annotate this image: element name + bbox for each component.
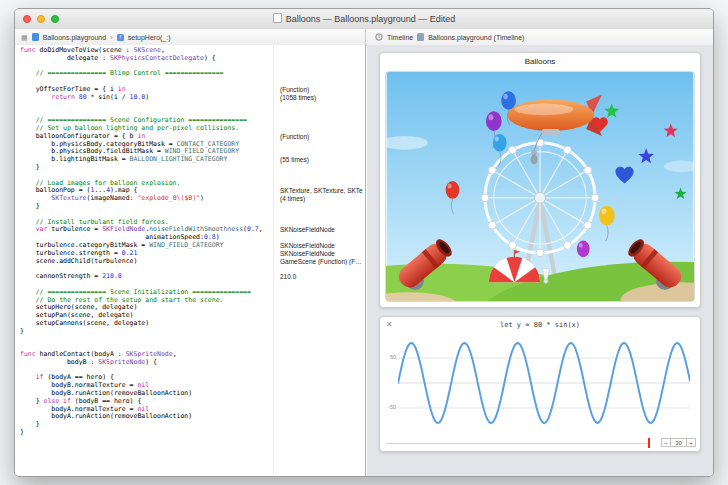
jumpbar-item-timeline-file[interactable]: Balloons.playground (Timeline) xyxy=(428,34,524,41)
code-line[interactable]: SKTexture(imageNamed: "explode_0\($0)") xyxy=(20,195,273,203)
window-title: Balloons — Balloons.playground — Edited xyxy=(15,9,713,29)
jumpbar: ▦ Balloons.playground › f setupHero(_:) … xyxy=(15,29,713,46)
result-value[interactable]: (55 times) xyxy=(280,156,363,164)
stepper-decrement[interactable]: − xyxy=(661,438,671,447)
code-line[interactable]: b.lightingBitMask = BALLOON_LIGHTING_CAT… xyxy=(20,156,273,164)
chevron-right-icon: › xyxy=(110,33,113,42)
result-value[interactable]: SKNoiseFieldNode xyxy=(280,242,363,250)
document-proxy-icon[interactable] xyxy=(273,13,282,23)
code-line[interactable]: setupCannons(scene, delegate) xyxy=(20,320,273,328)
jumpbar-item-symbol[interactable]: setupHero(_:) xyxy=(128,34,171,41)
result-value[interactable]: (Function) xyxy=(280,86,363,94)
code-line[interactable]: scene.addChild(turbulence) xyxy=(20,258,273,266)
function-icon: f xyxy=(117,34,124,41)
xcode-window: Balloons — Balloons.playground — Edited … xyxy=(14,8,714,477)
result-value[interactable]: (1058 times) xyxy=(280,94,363,102)
scene-preview xyxy=(385,71,695,302)
timeline-doc-icon xyxy=(417,33,424,41)
code-line[interactable]: return 80 * sin(i / 10.0) xyxy=(20,94,273,102)
result-value[interactable]: SKTexture, SKTexture, SKTe… xyxy=(280,187,363,195)
sine-plot xyxy=(398,333,690,433)
jumpbar-item-timeline[interactable]: Timeline xyxy=(387,34,413,41)
code-line[interactable]: } xyxy=(20,203,273,211)
results-sidebar: (Function)(1058 times)(Function)(55 time… xyxy=(273,45,365,476)
timeline-scrubber: − 30 + xyxy=(384,437,696,449)
result-value[interactable]: (4 times) xyxy=(280,195,363,203)
code-editor[interactable]: func doDidMoveToView(scene : SKScene, de… xyxy=(15,45,273,476)
editor-jumpbar: ▦ Balloons.playground › f setupHero(_:) xyxy=(15,29,366,45)
stepper-value: 30 xyxy=(671,438,686,447)
y-tick-neg50: -50 xyxy=(384,404,396,410)
code-line[interactable]: } xyxy=(20,328,273,336)
scene-title: Balloons xyxy=(380,57,700,66)
code-line[interactable]: // =============== Blimp Control =======… xyxy=(20,70,273,78)
source-editor: func doDidMoveToView(scene : SKScene, de… xyxy=(15,45,366,476)
code-line[interactable]: bodyB : SKSpriteNode) { xyxy=(20,359,273,367)
result-value[interactable]: 210.0 xyxy=(280,273,363,281)
result-value[interactable]: SKNoiseFieldNode xyxy=(280,250,363,258)
balloons-scene xyxy=(386,72,694,301)
balloon xyxy=(577,241,590,258)
playground-file-icon xyxy=(32,33,39,41)
timeline-pane: Balloons xyxy=(367,45,713,476)
code-line[interactable]: cannonStrength = 210.0 xyxy=(20,273,273,281)
code-line[interactable]: delegate : SKPhysicsContactDelegate) { xyxy=(20,55,273,63)
y-tick-50: 50 xyxy=(384,354,396,360)
code-line[interactable]: bodyA.runAction(removeBalloonAction) xyxy=(20,413,273,421)
scene-card: Balloons xyxy=(379,52,701,308)
jumpbar-item-file[interactable]: Balloons.playground xyxy=(43,34,106,41)
related-items-icon[interactable]: ▦ xyxy=(21,34,28,41)
scrubber-playhead[interactable] xyxy=(648,438,650,448)
assistant-jumpbar: Timeline Balloons.playground (Timeline) xyxy=(367,29,713,45)
time-limit-stepper: − 30 + xyxy=(661,438,696,447)
code-line[interactable] xyxy=(20,102,273,110)
code-line[interactable]: } xyxy=(20,429,273,437)
code-line[interactable]: } xyxy=(20,421,273,429)
result-value[interactable]: GameScene (Function) (F… xyxy=(280,258,363,266)
code-line[interactable] xyxy=(20,335,273,343)
graph-title: let y = 80 * sin(x) xyxy=(380,321,700,329)
code-lines: func doDidMoveToView(scene : SKScene, de… xyxy=(20,47,273,437)
titlebar: Balloons — Balloons.playground — Edited xyxy=(15,9,713,30)
timeline-clock-icon xyxy=(375,33,383,41)
stepper-increment[interactable]: + xyxy=(686,438,696,447)
graph-card: ✕ let y = 80 * sin(x) 50 -50 − 30 + xyxy=(379,316,701,452)
code-line[interactable]: } xyxy=(20,164,273,172)
result-value[interactable]: (Function) xyxy=(280,133,363,141)
result-value[interactable]: SKNoiseFieldNode xyxy=(280,226,363,234)
scrubber-track[interactable] xyxy=(386,443,648,444)
